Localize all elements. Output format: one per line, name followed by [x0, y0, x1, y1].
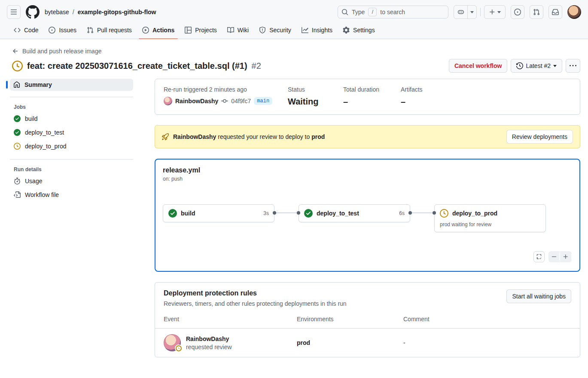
back-link-label: Build and push release image [22, 48, 101, 55]
review-request-banner: RainbowDashy requested your review to de… [155, 125, 580, 148]
job-label: build [25, 115, 38, 122]
issue-opened-icon [49, 27, 55, 34]
pull-requests-dashboard-button[interactable] [530, 5, 543, 19]
header-divider [480, 8, 481, 16]
tab-actions[interactable]: Actions [139, 22, 178, 39]
breadcrumb-owner-link[interactable]: bytebase [45, 9, 69, 15]
book-icon [227, 27, 234, 34]
tab-label: Wiki [238, 27, 249, 34]
search-placeholder-suffix: to search [380, 9, 405, 15]
create-new-button[interactable] [484, 5, 506, 19]
workflow-trigger: on: push [163, 176, 572, 182]
tab-security[interactable]: Security [256, 22, 295, 39]
sidebar-item-summary[interactable]: Summary [10, 79, 133, 91]
graph-node-deploy-to-test[interactable]: deploy_to_test 6s [299, 204, 410, 222]
banner-message: requested your review to deploy to [218, 133, 310, 140]
play-icon [142, 27, 149, 34]
sidebar-summary-label: Summary [24, 81, 52, 88]
copilot-button[interactable] [454, 6, 468, 18]
user-avatar[interactable] [567, 5, 581, 19]
tab-label: Security [269, 27, 291, 34]
actor-avatar[interactable] [164, 97, 172, 105]
cancel-workflow-button[interactable]: Cancel workflow [449, 59, 507, 73]
graph-connector [410, 212, 434, 213]
tab-code[interactable]: Code [10, 22, 42, 39]
sidebar-job-deploy-to-prod[interactable]: deploy_to_prod [7, 139, 133, 153]
search-icon [341, 9, 348, 15]
tab-label: Pull requests [97, 27, 132, 34]
back-link[interactable]: Build and push release image [12, 48, 101, 55]
three-bars-icon [10, 9, 17, 15]
issues-dashboard-button[interactable] [511, 5, 524, 19]
arrow-left-icon [12, 48, 19, 55]
shield-icon [259, 27, 266, 34]
status-value: Waiting [288, 97, 343, 107]
run-details-heading: Run details [14, 166, 133, 172]
comment-value: - [403, 339, 571, 346]
github-logo[interactable] [26, 5, 40, 19]
review-deployments-button[interactable]: Review deployments [506, 130, 573, 144]
history-icon [516, 62, 523, 69]
run-detail-label: Usage [25, 178, 42, 184]
tab-label: Actions [152, 27, 174, 34]
zoom-in-button[interactable] [560, 251, 572, 262]
sidebar-item-workflow-file[interactable]: Workflow file [7, 188, 133, 202]
commit-sha[interactable]: 04f9fc7 [231, 98, 251, 104]
node-label: deploy_to_test [317, 210, 359, 217]
branch-badge[interactable]: main [254, 97, 272, 105]
banner-environment: prod [311, 133, 325, 140]
attempt-selector-button[interactable]: Latest #2 [511, 59, 562, 73]
tab-projects[interactable]: Projects [181, 22, 220, 39]
job-label: deploy_to_test [25, 129, 64, 136]
node-note: prod waiting for review [440, 221, 540, 227]
plus-icon [560, 254, 572, 260]
event-description: requested review [186, 344, 232, 350]
zoom-out-button[interactable] [548, 251, 560, 262]
search-input[interactable]: Type / to search [338, 6, 448, 18]
zoom-control-group [548, 251, 572, 262]
kebab-horizontal-icon [570, 62, 576, 69]
protection-rules-card: Deployment protection rules Reviewers, t… [155, 282, 580, 357]
graph-controls [533, 251, 572, 262]
graph-node-build[interactable]: build 3s [163, 204, 274, 222]
start-all-waiting-jobs-button[interactable]: Start all waiting jobs [506, 289, 571, 303]
sidebar-job-build[interactable]: build [7, 112, 133, 126]
graph-connector [274, 212, 299, 213]
event-actor[interactable]: RainbowDashy [186, 335, 232, 342]
rocket-icon [162, 133, 169, 140]
repo-tab-nav: Code Issues Pull requests Actions Projec… [7, 22, 581, 39]
tab-issues[interactable]: Issues [45, 22, 79, 39]
sidebar-job-deploy-to-test[interactable]: deploy_to_test [7, 126, 133, 139]
slash-key-hint: / [368, 8, 377, 16]
tab-insights[interactable]: Insights [298, 22, 336, 39]
tab-settings[interactable]: Settings [339, 22, 378, 39]
sidebar-item-usage[interactable]: Usage [7, 174, 133, 188]
fullscreen-button[interactable] [533, 251, 545, 262]
column-comment: Comment [403, 316, 571, 323]
page-head: Build and push release image feat: creat… [0, 39, 588, 73]
tab-label: Insights [312, 27, 332, 34]
git-pull-request-icon [87, 27, 94, 34]
breadcrumb-repo-link[interactable]: example-gitops-github-flow [78, 9, 156, 15]
tab-label: Code [24, 27, 38, 34]
run-options-button[interactable] [566, 59, 580, 73]
reviewer-avatar[interactable] [164, 334, 181, 351]
global-header: bytebase / example-gitops-github-flow Ty… [0, 0, 588, 39]
copilot-menu-button[interactable] [468, 6, 476, 18]
graph-node-deploy-to-prod[interactable]: deploy_to_prod prod waiting for review [434, 204, 546, 232]
actor-name[interactable]: RainbowDashy [175, 98, 218, 104]
table-row: RainbowDashy requested review prod - [155, 329, 580, 357]
run-status-clock-icon [12, 61, 23, 71]
hamburger-menu-button[interactable] [7, 5, 21, 19]
duration-label: Total duration [343, 86, 401, 93]
copilot-icon [457, 9, 464, 15]
inbox-button[interactable] [548, 5, 562, 19]
job-label: deploy_to_prod [25, 143, 67, 150]
tab-wiki[interactable]: Wiki [224, 22, 252, 39]
tab-pull-requests[interactable]: Pull requests [83, 22, 135, 39]
screen-full-icon [536, 254, 542, 260]
status-label: Status [288, 86, 343, 93]
git-pull-request-icon [533, 9, 540, 15]
copilot-split-button [454, 5, 477, 19]
pending-clock-badge-icon [175, 344, 183, 352]
